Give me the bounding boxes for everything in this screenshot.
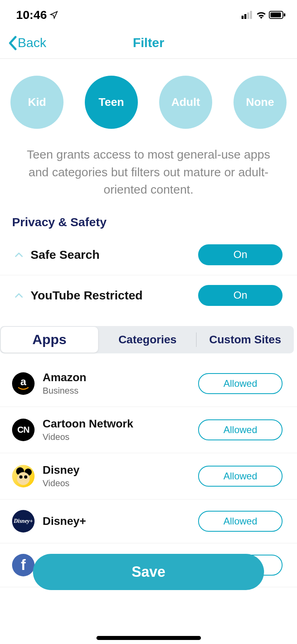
app-row-disney-plus: Disney+ Disney+ Allowed xyxy=(0,500,297,543)
safe-search-toggle[interactable]: On xyxy=(198,244,283,265)
chevron-up-icon[interactable] xyxy=(14,291,23,300)
app-name: Disney xyxy=(43,464,190,477)
app-name: Cartoon Network xyxy=(43,417,190,430)
app-status-button[interactable]: Allowed xyxy=(198,511,283,532)
chevron-up-icon[interactable] xyxy=(14,250,23,259)
app-info: Cartoon Network Videos xyxy=(43,417,190,442)
back-label: Back xyxy=(18,35,46,50)
tab-custom-sites[interactable]: Custom Sites xyxy=(197,327,294,353)
cartoon-network-icon: CN xyxy=(12,419,35,441)
privacy-safety-heading: Privacy & Safety xyxy=(0,213,297,235)
battery-icon xyxy=(269,11,286,19)
app-status-button[interactable]: Allowed xyxy=(198,419,283,440)
tab-apps[interactable]: Apps xyxy=(1,327,98,353)
svg-point-12 xyxy=(24,475,27,479)
home-indicator[interactable] xyxy=(96,636,201,640)
status-time: 10:46 xyxy=(16,8,58,22)
app-name: Amazon xyxy=(43,371,190,384)
app-row-amazon: a Amazon Business Allowed xyxy=(0,361,297,407)
setting-safe-search: Safe Search On xyxy=(0,235,297,275)
app-row-disney: Disney Videos Allowed xyxy=(0,453,297,500)
svg-rect-3 xyxy=(250,11,252,19)
app-list: a Amazon Business Allowed CN Cartoon Net… xyxy=(0,361,297,587)
app-status-button[interactable]: Allowed xyxy=(198,373,283,394)
app-status-button[interactable]: Allowed xyxy=(198,466,283,487)
app-info: Disney+ xyxy=(43,515,190,528)
nav-bar: Back Filter xyxy=(0,28,297,59)
filter-level-none[interactable]: None xyxy=(234,76,287,129)
tab-categories[interactable]: Categories xyxy=(99,327,196,353)
facebook-icon: f xyxy=(12,554,35,576)
svg-rect-2 xyxy=(247,12,249,19)
filter-level-kid[interactable]: Kid xyxy=(10,76,63,129)
amazon-icon: a xyxy=(12,372,35,395)
clock-text: 10:46 xyxy=(16,8,47,22)
app-category: Videos xyxy=(43,432,190,442)
filter-level-teen[interactable]: Teen xyxy=(85,76,138,129)
youtube-restricted-toggle[interactable]: On xyxy=(198,285,283,306)
location-arrow-icon xyxy=(49,10,58,19)
filter-level-description: Teen grants access to most general-use a… xyxy=(0,141,297,213)
wifi-icon xyxy=(256,11,266,19)
youtube-restricted-label: YouTube Restricted xyxy=(31,289,191,302)
app-category: Videos xyxy=(43,478,190,489)
app-category: Business xyxy=(43,386,190,396)
status-indicators xyxy=(242,11,286,19)
svg-point-10 xyxy=(17,472,30,485)
app-row-cartoon-network: CN Cartoon Network Videos Allowed xyxy=(0,407,297,453)
filter-level-selector: Kid Teen Adult None xyxy=(0,59,297,141)
disney-icon xyxy=(12,465,35,487)
safe-search-label: Safe Search xyxy=(31,248,191,262)
setting-youtube-restricted: YouTube Restricted On xyxy=(0,275,297,316)
page-title: Filter xyxy=(133,35,164,50)
svg-rect-6 xyxy=(284,13,285,17)
svg-rect-1 xyxy=(244,14,246,19)
chevron-left-icon xyxy=(8,36,17,50)
svg-rect-5 xyxy=(270,12,281,17)
content-tabs: Apps Categories Custom Sites xyxy=(0,326,294,353)
app-info: Disney Videos xyxy=(43,464,190,489)
svg-text:a: a xyxy=(20,376,27,388)
svg-rect-0 xyxy=(242,16,244,19)
filter-level-adult[interactable]: Adult xyxy=(159,76,212,129)
status-bar: 10:46 xyxy=(0,0,297,28)
back-button[interactable]: Back xyxy=(8,35,46,50)
app-info: Amazon Business xyxy=(43,371,190,396)
save-button[interactable]: Save xyxy=(33,554,264,590)
svg-point-11 xyxy=(19,475,23,479)
app-name: Disney+ xyxy=(43,515,190,528)
cellular-signal-icon xyxy=(242,11,254,19)
disney-plus-icon: Disney+ xyxy=(12,510,35,533)
